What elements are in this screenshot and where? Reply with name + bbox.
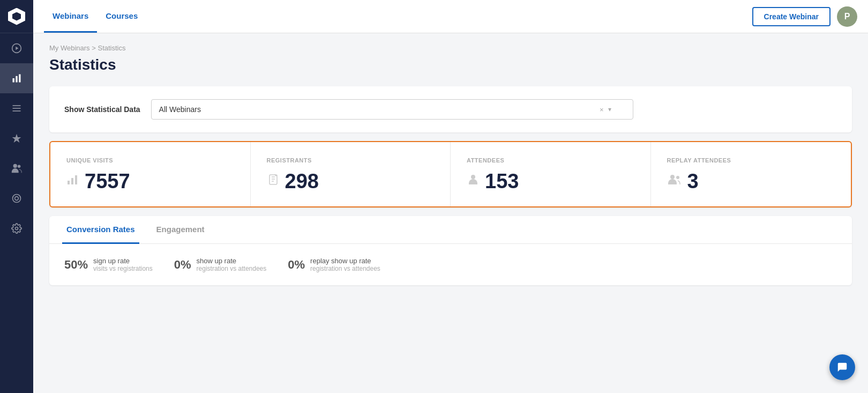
list-icon — [11, 103, 22, 114]
bar-chart-icon — [66, 173, 79, 189]
select-clear-icon[interactable]: × — [600, 106, 604, 114]
filter-label: Show Statistical Data — [64, 105, 140, 114]
signup-rate-sub: visits vs registrations — [93, 265, 153, 272]
clipboard-icon — [267, 173, 280, 189]
svg-rect-4 — [19, 75, 20, 83]
circle-icon — [11, 193, 22, 204]
svg-rect-3 — [16, 76, 17, 83]
registrants-value: 298 — [285, 171, 319, 191]
showup-rate-main: show up rate — [197, 257, 267, 265]
replay-showup-rate-sub: registration vs attendees — [310, 265, 380, 272]
replay-attendees-label: REPLAY ATTENDEES — [667, 157, 835, 164]
webinar-select-container: All Webinars × ▾ — [151, 99, 633, 120]
attendees-row: 153 — [467, 171, 634, 191]
svg-rect-6 — [13, 108, 21, 109]
sidebar — [0, 0, 33, 393]
svg-point-19 — [676, 176, 679, 179]
stats-box: UNIQUE VISITS 7557 REGISTRANTS — [49, 141, 852, 207]
svg-rect-15 — [75, 175, 77, 184]
svg-point-9 — [18, 165, 21, 168]
svg-point-8 — [13, 164, 17, 168]
svg-point-10 — [13, 195, 21, 203]
unique-visits-label: UNIQUE VISITS — [66, 157, 234, 164]
showup-rate-sub: registration vs attendees — [197, 265, 267, 272]
tab-courses[interactable]: Courses — [97, 0, 146, 33]
conversion-metric-signup: 50% sign up rate visits vs registrations — [64, 257, 153, 272]
unique-visits-row: 7557 — [66, 171, 234, 191]
breadcrumb-separator: > — [92, 44, 98, 52]
svg-point-12 — [16, 227, 18, 230]
sidebar-item-users[interactable] — [0, 153, 33, 183]
page-title: Statistics — [49, 56, 852, 73]
main-content: Webinars Courses Create Webinar P My Web… — [33, 0, 868, 393]
showup-rate-desc: show up rate registration vs attendees — [197, 257, 267, 272]
avatar[interactable]: P — [837, 6, 857, 27]
stat-registrants: REGISTRANTS 298 — [251, 142, 451, 206]
breadcrumb: My Webinars > Statistics — [49, 44, 852, 52]
create-webinar-button[interactable]: Create Webinar — [752, 7, 830, 26]
persons-icon — [667, 173, 682, 189]
svg-rect-14 — [71, 178, 73, 184]
stats-icon — [11, 73, 22, 84]
select-value: All Webinars — [159, 105, 600, 114]
breadcrumb-parent: My Webinars — [49, 44, 90, 52]
registrants-row: 298 — [267, 171, 435, 191]
tab-engagement[interactable]: Engagement — [152, 216, 209, 244]
svg-point-11 — [15, 197, 19, 201]
replay-showup-rate-desc: replay show up rate registration vs atte… — [310, 257, 380, 272]
nav-tabs: Webinars Courses — [44, 0, 146, 33]
unique-visits-value: 7557 — [85, 171, 130, 191]
tab-webinars[interactable]: Webinars — [44, 0, 97, 33]
stat-replay-attendees: REPLAY ATTENDEES 3 — [651, 142, 851, 206]
chevron-down-icon[interactable]: ▾ — [608, 106, 611, 113]
replay-showup-rate-main: replay show up rate — [310, 257, 380, 265]
svg-rect-13 — [68, 181, 70, 184]
replay-showup-rate-value: 0% — [288, 258, 305, 272]
users-icon — [11, 162, 23, 174]
svg-point-17 — [471, 175, 475, 179]
svg-marker-1 — [16, 47, 18, 50]
sidebar-item-stats[interactable] — [0, 63, 33, 93]
logo-shape — [8, 8, 25, 25]
showup-rate-value: 0% — [174, 258, 191, 272]
sidebar-item-play[interactable] — [0, 33, 33, 63]
signup-rate-main: sign up rate — [93, 257, 153, 265]
replay-attendees-value: 3 — [687, 171, 699, 191]
attendees-label: ATTENDEES — [467, 157, 634, 164]
page-body: My Webinars > Statistics Statistics Show… — [33, 33, 868, 393]
top-navigation: Webinars Courses Create Webinar P — [33, 0, 868, 33]
sidebar-item-circle[interactable] — [0, 183, 33, 213]
nav-actions: Create Webinar P — [752, 0, 857, 33]
webinar-select[interactable]: All Webinars × ▾ — [151, 99, 633, 120]
replay-attendees-row: 3 — [667, 171, 835, 191]
lower-card: Conversion Rates Engagement 50% sign up … — [49, 216, 852, 285]
conversion-metric-showup: 0% show up rate registration vs attendee… — [174, 257, 267, 272]
lower-tab-bar: Conversion Rates Engagement — [49, 216, 852, 244]
sidebar-item-list[interactable] — [0, 93, 33, 123]
svg-rect-5 — [13, 105, 21, 106]
svg-point-18 — [670, 175, 675, 179]
attendees-value: 153 — [485, 171, 519, 191]
chat-button[interactable] — [829, 354, 855, 380]
stat-unique-visits: UNIQUE VISITS 7557 — [50, 142, 251, 206]
registrants-label: REGISTRANTS — [267, 157, 435, 164]
person-icon — [467, 173, 480, 189]
tab-conversion-rates[interactable]: Conversion Rates — [62, 216, 139, 244]
integration-icon — [11, 133, 22, 144]
filter-card: Show Statistical Data All Webinars × ▾ — [49, 86, 852, 132]
sidebar-item-integration[interactable] — [0, 123, 33, 153]
stat-attendees: ATTENDEES 153 — [451, 142, 651, 206]
sidebar-logo — [0, 0, 33, 33]
gear-icon — [11, 223, 22, 234]
conversion-content: 50% sign up rate visits vs registrations… — [49, 244, 852, 285]
signup-rate-value: 50% — [64, 258, 88, 272]
sidebar-item-settings[interactable] — [0, 213, 33, 243]
signup-rate-desc: sign up rate visits vs registrations — [93, 257, 153, 272]
svg-rect-2 — [13, 78, 14, 83]
svg-rect-7 — [13, 110, 21, 112]
conversion-metric-replay-showup: 0% replay show up rate registration vs a… — [288, 257, 380, 272]
breadcrumb-current: Statistics — [98, 44, 125, 52]
play-icon — [11, 43, 22, 54]
logo-inner — [12, 12, 21, 21]
